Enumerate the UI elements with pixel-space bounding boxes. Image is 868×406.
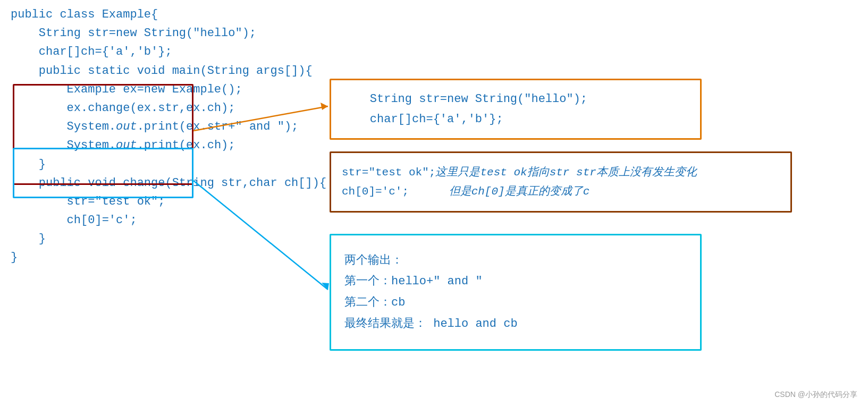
- cyan-box-line2: 第一个：hello+" and ": [344, 271, 687, 292]
- code-line-14: }: [11, 248, 326, 267]
- code-line-3: char[]ch={'a','b'};: [11, 43, 326, 61]
- footer-text: CSDN @小孙的代码分享: [774, 390, 857, 400]
- code-line-9: }: [11, 155, 326, 174]
- cyan-box-line1: 两个输出：: [344, 250, 687, 272]
- code-block: public class Example{ String str=new Str…: [11, 5, 326, 267]
- code-line-10: public void change(String str,char ch[])…: [11, 174, 326, 192]
- darkred-box-text: str="test ok";这里只是test ok指向str str本质上没有发…: [342, 163, 780, 201]
- code-line-1: public class Example{: [11, 5, 326, 24]
- cyan-annotation-box: 两个输出： 第一个：hello+" and " 第二个：cb 最终结果就是： h…: [330, 234, 702, 351]
- code-line-12: ch[0]='c';: [11, 211, 326, 230]
- cyan-box-line4: 最终结果就是： hello and cb: [344, 314, 687, 335]
- svg-marker-3: [322, 283, 329, 290]
- code-line-8: System.out.print(ex.ch);: [11, 136, 326, 155]
- orange-annotation-box: String str=new String("hello"); char[]ch…: [330, 79, 702, 140]
- code-line-11: str="test ok";: [11, 192, 326, 211]
- orange-box-text: String str=new String("hello"); char[]ch…: [342, 89, 689, 129]
- code-line-2: String str=new String("hello");: [11, 24, 326, 43]
- code-line-5: Example ex=new Example();: [11, 80, 326, 99]
- code-line-4: public static void main(String args[]){: [11, 62, 326, 80]
- darkred-annotation-box: str="test ok";这里只是test ok指向str str本质上没有发…: [330, 151, 792, 213]
- code-line-13: }: [11, 230, 326, 248]
- code-line-6: ex.change(ex.str,ex.ch);: [11, 99, 326, 117]
- cyan-box-line3: 第二个：cb: [344, 292, 687, 314]
- code-line-7: System.out.print(ex.str+" and ");: [11, 117, 326, 136]
